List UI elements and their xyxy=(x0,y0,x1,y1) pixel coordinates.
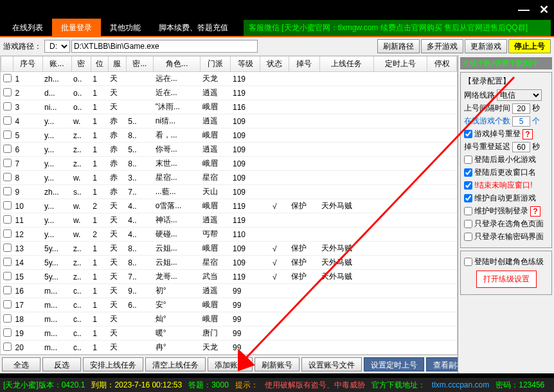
select-all-button[interactable]: 全选 xyxy=(2,357,40,371)
login-config-title: 【登录配置】 xyxy=(464,76,548,87)
table-row[interactable]: 4y...w.1赤5.. ni猜...逍遥109 xyxy=(1,114,457,129)
row-check[interactable] xyxy=(3,272,12,280)
row-check[interactable] xyxy=(3,130,12,139)
online-count-banner: 在线个数>设置个数[5]个 xyxy=(460,57,552,69)
minimize-check[interactable] xyxy=(464,156,472,164)
table-row[interactable]: 5y...z..1赤8.. 看，...峨眉109 xyxy=(1,129,457,143)
col-task[interactable]: 上线任务 xyxy=(319,57,374,72)
row-check[interactable] xyxy=(3,74,12,82)
col-timer[interactable]: 定时上号 xyxy=(374,57,427,72)
table-row[interactable]: 19m...c..1天 暖°唐门99 xyxy=(1,326,457,341)
table-row[interactable]: 3ni...o..1天 "沐雨...峨眉116 xyxy=(1,100,457,114)
row-check[interactable] xyxy=(3,286,12,294)
table-row[interactable]: 10y...w.2天4.. o雪落...峨眉119√保护天外马贼 xyxy=(1,199,457,213)
open-level-button[interactable]: 打开练级设置 xyxy=(476,271,537,288)
table-row[interactable]: 18m...c..1天 灿°峨眉99 xyxy=(1,312,457,326)
row-check[interactable] xyxy=(3,88,12,96)
col-state[interactable]: 状态 xyxy=(260,57,289,72)
col-stop[interactable]: 停权 xyxy=(427,57,457,72)
table-row[interactable]: 8y...w.1赤3.. 星宿...星宿109 xyxy=(1,171,457,185)
table-row[interactable]: 12y...w.2天4.. 硬碰...丐帮110 xyxy=(1,227,457,242)
row-check[interactable] xyxy=(3,258,12,266)
tab-batch-login[interactable]: 批量登录 xyxy=(52,19,101,37)
table-row[interactable]: 9zh...s..1赤7.. ...藍...天山109 xyxy=(1,185,457,199)
multi-open-button[interactable]: 多开游戏 xyxy=(421,39,463,53)
marquee-text: 客服微信 [天龙小蜜官网：tlxmgw.com 续费点击官网购买 售后从官网进售… xyxy=(244,20,551,36)
invert-select-button[interactable]: 反选 xyxy=(42,357,81,371)
row-check[interactable] xyxy=(3,244,12,252)
col-acc[interactable]: 账... xyxy=(42,57,71,72)
col-sect[interactable]: 门派 xyxy=(201,57,231,72)
drop-delay-input[interactable] xyxy=(512,142,530,152)
row-check[interactable] xyxy=(3,201,12,209)
drive-select[interactable]: D: xyxy=(44,40,70,53)
row-check[interactable] xyxy=(3,173,12,181)
table-row[interactable]: 155y...z..1天7.. 龙哥...武当119√保护天外马贼 xyxy=(1,270,457,284)
path-input[interactable] xyxy=(71,40,258,53)
maint-force-check[interactable] xyxy=(464,207,472,215)
net-select[interactable]: 电信 xyxy=(497,89,542,101)
row-check[interactable] xyxy=(3,187,12,195)
row-check[interactable] xyxy=(3,116,12,125)
row-check[interactable] xyxy=(3,145,12,153)
interval-label: 上号间隔时间 xyxy=(464,103,510,114)
row-check[interactable] xyxy=(3,215,12,224)
table-row[interactable]: 145y...z..1天8.. 云姐...星宿109√保护天外马贼 xyxy=(1,256,457,270)
help-icon[interactable]: ? xyxy=(530,206,541,217)
col-pos[interactable]: 位 xyxy=(91,57,108,72)
maint-auto-check[interactable] xyxy=(464,194,472,202)
status-bar: [天龙小蜜]版本：0420.1 到期：2023-7-16 00:12:53 答题… xyxy=(0,378,554,392)
row-check[interactable] xyxy=(3,300,12,308)
stop-login-button[interactable]: 停止上号 xyxy=(508,39,551,53)
row-check[interactable] xyxy=(3,328,12,337)
rename-check[interactable] xyxy=(464,168,472,177)
table-row[interactable]: 11y...w.1天4.. 神话...逍遥119 xyxy=(1,213,457,227)
tab-renew[interactable]: 脚本续费、答题充值 xyxy=(150,19,237,37)
tab-other[interactable]: 其他功能 xyxy=(101,19,150,37)
col-sec[interactable]: 密... xyxy=(126,57,153,72)
path-label: 游戏路径： xyxy=(3,41,42,52)
arrange-task-button[interactable]: 安排上线任务 xyxy=(83,357,143,371)
row-check[interactable] xyxy=(3,343,12,351)
col-lvl[interactable]: 等级 xyxy=(231,57,260,72)
row-check[interactable] xyxy=(3,159,12,167)
col-srv[interactable]: 服 xyxy=(108,57,126,72)
table-row[interactable]: 7y...z..1赤8.. 末世...峨眉109 xyxy=(1,157,457,171)
table-row[interactable]: 16m...c..1天9.. 初°逍遥99 xyxy=(1,284,457,298)
online-count-label: 在线游戏个数 xyxy=(464,116,510,127)
table-row[interactable]: 6y...z..1赤5.. 你哥...逍遥109 xyxy=(1,143,457,157)
add-account-button[interactable]: 添加账号 xyxy=(208,357,253,371)
drop-delay-label: 掉号重登延迟 xyxy=(464,141,510,152)
row-check[interactable] xyxy=(3,229,12,238)
only-select-check[interactable] xyxy=(464,220,472,228)
row-check[interactable] xyxy=(3,314,12,323)
row-check[interactable] xyxy=(3,102,12,111)
col-drop[interactable]: 掉号 xyxy=(289,57,319,72)
col-seq[interactable]: 序号 xyxy=(13,57,43,72)
close-button[interactable]: ✕ xyxy=(539,3,549,17)
update-game-button[interactable]: 更新游戏 xyxy=(465,39,507,53)
clear-task-button[interactable]: 清空上线任务 xyxy=(145,357,206,371)
net-label: 网络线路 xyxy=(464,90,495,101)
table-row[interactable]: 17m...c..1天6.. 安°峨眉99 xyxy=(1,298,457,312)
table-row[interactable]: 2d...o..1天 近在...逍遥119 xyxy=(1,86,457,100)
table-row[interactable]: 135y...z..1天8.. 云姐...峨眉109√保护天外马贼 xyxy=(1,242,457,256)
online-count-input[interactable] xyxy=(512,116,530,127)
refresh-account-button[interactable]: 刷新账号 xyxy=(255,357,299,371)
accounts-table: 序号账...密位服密...角色...门派等级状态掉号上线任务定时上号停权 1zh… xyxy=(1,56,457,355)
col-pwd[interactable]: 密 xyxy=(71,57,91,72)
interval-input[interactable] xyxy=(512,103,530,114)
refresh-path-button[interactable]: 刷新路径 xyxy=(377,39,420,53)
tab-online-list[interactable]: 在线列表 xyxy=(3,19,52,37)
create-role-check[interactable] xyxy=(464,258,472,266)
drop-relogin-check[interactable] xyxy=(464,130,472,138)
set-file-button[interactable]: 设置账号文件 xyxy=(301,357,362,371)
only-pwd-check[interactable] xyxy=(464,233,472,241)
kill-noresp-check[interactable] xyxy=(464,181,472,190)
col-role[interactable]: 角色... xyxy=(154,57,201,72)
table-row[interactable]: 1zh...o..1天 远在...天龙119 xyxy=(1,72,457,86)
help-icon[interactable]: ? xyxy=(523,129,533,139)
table-row[interactable]: 20m...c..1天 冉°天龙99 xyxy=(1,341,457,355)
minimize-button[interactable]: — xyxy=(518,3,530,17)
set-timer-button[interactable]: 设置定时上号 xyxy=(364,357,424,371)
